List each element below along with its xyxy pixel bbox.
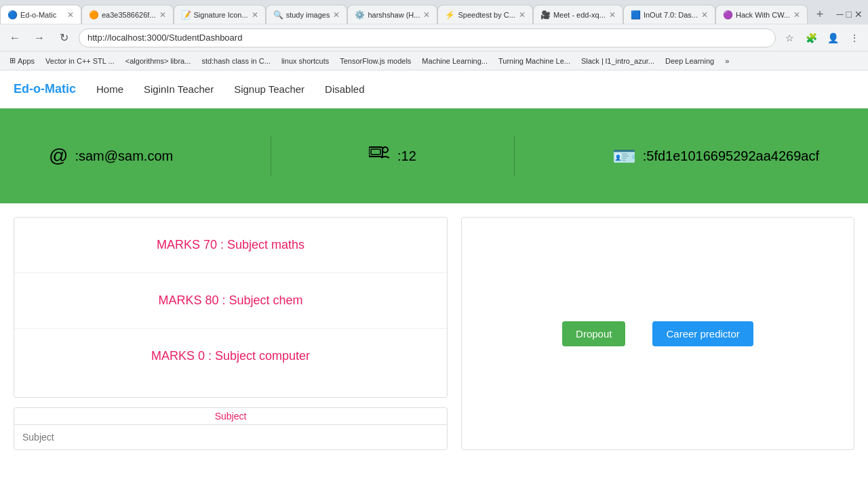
tab-signature[interactable]: 📝 Signature Icon... ✕ (174, 5, 266, 24)
hero-email: @ :sam@sam.com (49, 145, 173, 167)
navbar: Ed-o-Matic Home SiginIn Teacher Signup T… (0, 70, 868, 108)
bookmark-icon-apps: ⊞ (9, 56, 16, 65)
app-content: Ed-o-Matic Home SiginIn Teacher Signup T… (0, 70, 868, 464)
hero-id: 🪪 :5fd1e1016695292aa4269acf (612, 145, 819, 167)
nav-link-signup-teacher[interactable]: Signup Teacher (234, 83, 304, 95)
tab-inout[interactable]: 🟦 InOut 7.0: Das... ✕ (623, 5, 715, 24)
tab-close-ed-o-matic[interactable]: ✕ (67, 10, 74, 20)
marks-list-container[interactable]: MARKS 70 : Subject maths MARKS 80 : Subj… (14, 217, 448, 398)
bookmark-turning[interactable]: Turning Machine Le... (494, 56, 574, 66)
subject-input[interactable] (14, 424, 448, 450)
new-tab-button[interactable]: + (810, 5, 829, 24)
svg-rect-1 (371, 149, 380, 155)
bookmark-more[interactable]: » (721, 56, 733, 66)
refresh-button[interactable]: ↻ (54, 28, 73, 47)
subject-label: Subject (14, 407, 448, 424)
bookmarks-bar: ⊞ Apps Vector in C++ STL ... <algorithms… (0, 52, 868, 70)
tab-ed-o-matic[interactable]: 🔵 Ed-o-Matic ✕ (0, 5, 81, 24)
tab-speedtest[interactable]: ⚡ Speedtest by C... ✕ (437, 5, 532, 24)
svg-point-2 (382, 147, 388, 152)
hero-students: :12 (369, 144, 416, 168)
dropout-button[interactable]: Dropout (562, 321, 625, 346)
browser-controls: ← → ↻ ☆ 🧩 👤 ⋮ (0, 24, 868, 52)
tab-favicon-ed-o-matic: 🔵 (7, 10, 17, 20)
tab-title-ed-o-matic: Ed-o-Matic (20, 11, 64, 19)
id-icon: 🪪 (612, 145, 636, 167)
left-panel: MARKS 70 : Subject maths MARKS 80 : Subj… (14, 217, 448, 450)
email-icon: @ (49, 145, 68, 167)
tab-bar: 🔵 Ed-o-Matic ✕ 🟠 ea3e3586626f... ✕ 📝 Sig… (0, 0, 868, 24)
tab-ea3e[interactable]: 🟠 ea3e3586626f... ✕ (81, 5, 174, 24)
tab-hack[interactable]: 🟣 Hack With CW... ✕ (715, 5, 808, 24)
tab-meet[interactable]: 🎥 Meet - edd-xq... ✕ (533, 5, 623, 24)
bookmark-icon[interactable]: ☆ (781, 30, 797, 46)
marks-item-chem[interactable]: MARKS 80 : Subject chem (14, 273, 447, 329)
back-button[interactable]: ← (5, 28, 24, 47)
students-count: :12 (397, 148, 416, 164)
marks-text-computer: MARKS 0 : Subject computer (151, 349, 310, 363)
email-value: :sam@sam.com (75, 148, 173, 164)
maximize-button[interactable]: □ (846, 9, 852, 20)
close-window-button[interactable]: ✕ (854, 9, 863, 20)
bookmark-tensorflow[interactable]: TensorFlow.js models (336, 56, 415, 66)
tab-study-images[interactable]: 🔍 study images ✕ (266, 5, 348, 24)
extensions-icon[interactable]: 🧩 (803, 30, 819, 46)
bookmark-stdhash[interactable]: std:hash class in C... (197, 56, 275, 66)
career-predictor-button[interactable]: Career predictor (652, 321, 753, 346)
forward-button[interactable]: → (30, 28, 49, 47)
nav-link-disabled[interactable]: Disabled (325, 83, 364, 95)
nav-link-home[interactable]: Home (96, 83, 123, 95)
nav-link-signin-teacher[interactable]: SiginIn Teacher (144, 83, 214, 95)
bookmark-slack[interactable]: Slack | l1_intro_azur... (577, 56, 658, 66)
tab-harshshaw[interactable]: ⚙️ harshshaw (H... ✕ (347, 5, 437, 24)
main-layout: MARKS 70 : Subject maths MARKS 80 : Subj… (0, 203, 868, 464)
bookmark-algorithms[interactable]: <algorithms> libra... (121, 56, 195, 66)
hero-section: @ :sam@sam.com :12 🪪 :5fd1e1016695292aa4… (0, 108, 868, 203)
hero-divider-2 (514, 136, 515, 176)
address-bar[interactable] (79, 28, 776, 47)
students-icon (369, 144, 391, 168)
bookmark-vector[interactable]: Vector in C++ STL ... (41, 56, 119, 66)
bookmark-deeplearning[interactable]: Deep Learning (661, 56, 718, 66)
bookmark-ml[interactable]: Machine Learning... (418, 56, 492, 66)
marks-item-computer[interactable]: MARKS 0 : Subject computer (14, 329, 447, 384)
hero-divider-1 (271, 136, 271, 176)
menu-icon[interactable]: ⋮ (846, 30, 863, 46)
id-value: :5fd1e1016695292aa4269acf (643, 148, 819, 164)
minimize-button[interactable]: ─ (837, 9, 844, 20)
marks-item-maths[interactable]: MARKS 70 : Subject maths (14, 218, 447, 273)
right-panel: Dropout Career predictor (461, 217, 854, 450)
nav-brand[interactable]: Ed-o-Matic (14, 82, 76, 96)
profile-icon[interactable]: 👤 (825, 30, 841, 46)
bookmark-apps[interactable]: ⊞ Apps (5, 55, 39, 66)
marks-text-maths: MARKS 70 : Subject maths (157, 238, 304, 252)
right-buttons: Dropout Career predictor (562, 321, 753, 346)
bookmark-linux[interactable]: linux shortcuts (277, 56, 333, 66)
subject-form: Subject (14, 405, 448, 450)
marks-text-chem: MARKS 80 : Subject chem (158, 293, 302, 308)
